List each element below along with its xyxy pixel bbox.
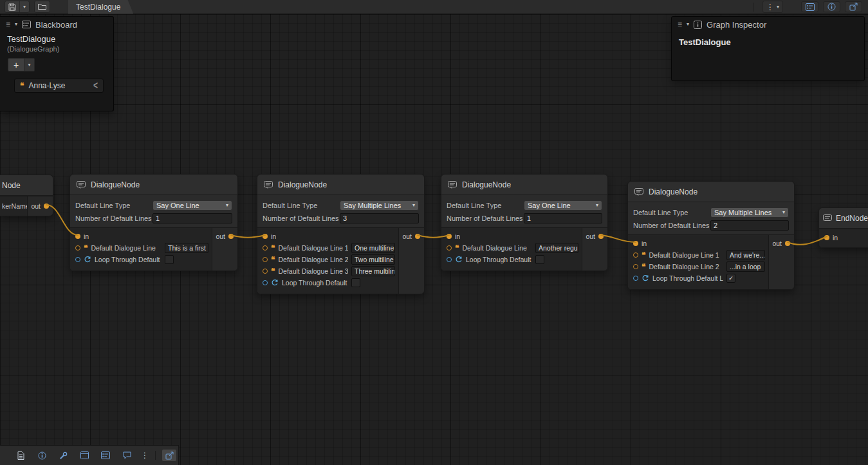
dialogue-node-icon [634,188,643,196]
graph-inspector-header[interactable]: ≡ ▾ Graph Inspector [672,17,864,32]
blackboard-panel[interactable]: ≡ ▾ Blackboard TestDialogue (DialogueGra… [0,16,114,111]
quote-icon: ❝ [642,251,645,259]
add-property-dropdown[interactable]: ▾ [24,58,35,71]
blackboard-toggle-button[interactable] [801,1,818,12]
line-type-dropdown[interactable]: Say One Line ▾ [152,200,232,211]
output-port[interactable] [415,234,420,239]
node-title: DialogueNode [462,180,511,189]
dialogue-node-1[interactable]: DialogueNode Default Line Type Say One L… [69,174,238,271]
loop-icon [271,279,279,287]
port-row-out: out [586,231,604,242]
node-title-bar[interactable]: DialogueNode [628,182,794,202]
node-title-bar[interactable]: Node [0,175,53,196]
open-graph-window-button[interactable] [162,449,177,462]
check-icon: ✓ [728,276,734,281]
dialogue-line-field[interactable]: One multiline [351,243,395,253]
overflow-menu-button[interactable]: ⋮ ▾ [762,1,783,13]
chevron-left-icon[interactable]: < [93,80,98,92]
blackboard-field-name: Anna-Lyse [28,81,89,90]
loop-checkbox[interactable] [351,278,360,287]
inspector-toggle-button[interactable] [823,1,840,12]
loop-port[interactable] [263,280,268,285]
line-port[interactable] [263,257,268,262]
save-dropdown-button[interactable]: ▾ [19,1,29,12]
line-port[interactable] [447,245,452,251]
num-lines-field[interactable]: 2 [710,220,789,231]
line-type-dropdown[interactable]: Say Multiple Lines ▾ [340,200,419,211]
line-port[interactable] [263,245,268,251]
blackboard-icon [806,3,815,11]
blackboard-graph-name: TestDialogue [0,32,113,44]
clipped-node-left[interactable]: Node kerName out [0,175,53,216]
document-button[interactable] [13,449,28,462]
tools-button[interactable] [55,449,71,462]
num-lines-field[interactable]: 3 [340,213,419,223]
loop-label: Loop Through Default Lines? [282,279,348,287]
inspector-button[interactable] [34,449,50,462]
blackboard-header[interactable]: ≡ ▾ Blackboard [0,17,113,32]
dialogue-line-field[interactable]: And we're... [726,250,765,260]
output-port[interactable] [44,204,49,209]
graph-tab[interactable]: TestDialogue [68,0,133,14]
collapse-caret-icon[interactable]: ▾ [15,22,17,27]
num-lines-field[interactable]: 1 [152,213,232,223]
loop-icon [84,256,91,263]
dialogue-line-field[interactable]: This is a first [165,243,208,253]
line-port[interactable] [633,252,638,258]
dialogue-node-2[interactable]: DialogueNode Default Line Type Say Multi… [257,174,425,294]
input-port[interactable] [633,241,638,246]
collapse-caret-icon[interactable]: ▾ [687,22,689,27]
loop-checkbox[interactable] [165,255,174,264]
dialogue-line-field[interactable]: Another regu [535,243,578,253]
window-button[interactable] [77,449,92,462]
dialogue-line-row: ❝ Default Dialogue Line 1 One multiline [257,242,398,254]
save-button[interactable] [5,1,19,12]
input-port[interactable] [263,234,268,239]
blackboard-button[interactable] [98,449,113,462]
line-type-label: Default Line Type [75,202,152,209]
loop-port[interactable] [633,276,638,281]
dialogue-line-field[interactable]: Two multiline [351,254,395,265]
output-port[interactable] [228,234,234,239]
port-row-in: in [70,231,212,242]
dialogue-node-3[interactable]: DialogueNode Default Line Type Say One L… [441,174,608,271]
num-lines-field[interactable]: 1 [524,213,602,223]
input-port[interactable] [824,235,829,240]
port-row-in: in [257,231,398,242]
quote-icon: ❝ [455,244,459,252]
dialogue-line-label: Default Dialogue Line 1 [278,244,348,252]
loop-port[interactable] [75,257,80,262]
node-title-bar[interactable]: EndNode [819,208,868,229]
add-property-button[interactable]: + [8,58,24,71]
drag-handle-icon[interactable]: ≡ [6,21,10,28]
dialogue-node-4[interactable]: DialogueNode Default Line Type Say Multi… [627,181,795,290]
line-port[interactable] [75,245,80,251]
input-port[interactable] [75,234,80,239]
dialogue-line-field[interactable]: Three multiline [351,266,395,276]
input-port[interactable] [447,234,452,239]
line-port[interactable] [263,269,268,274]
line-port[interactable] [633,264,638,269]
blackboard-field[interactable]: ❝ Anna-Lyse < [14,79,104,93]
node-title-bar[interactable]: DialogueNode [257,175,424,195]
output-port[interactable] [785,241,790,246]
graph-inspector-panel[interactable]: ≡ ▾ Graph Inspector TestDialogue [671,16,865,81]
dialogue-line-value: ...in a loop [730,263,761,270]
drag-handle-icon[interactable]: ≡ [678,21,682,28]
dialogue-button[interactable] [119,449,134,462]
node-title-bar[interactable]: DialogueNode [441,175,607,195]
node-title-bar[interactable]: DialogueNode [70,175,237,195]
overflow-menu-button[interactable]: ⋮ [140,449,149,462]
output-port[interactable] [598,234,604,239]
line-type-dropdown[interactable]: Say One Line ▾ [524,200,602,211]
end-node[interactable]: EndNode in [818,207,868,248]
loop-port[interactable] [447,257,452,262]
loop-checkbox[interactable]: ✓ [726,274,735,283]
dialogue-line-field[interactable]: ...in a loop [726,261,765,272]
open-folder-button[interactable] [35,1,50,12]
loop-checkbox[interactable] [535,255,544,264]
minimap-toggle-button[interactable] [845,1,862,12]
document-icon [17,451,24,460]
dialogue-line-label: Default Dialogue Line 2 [649,263,723,270]
line-type-dropdown[interactable]: Say Multiple Lines ▾ [710,207,789,218]
